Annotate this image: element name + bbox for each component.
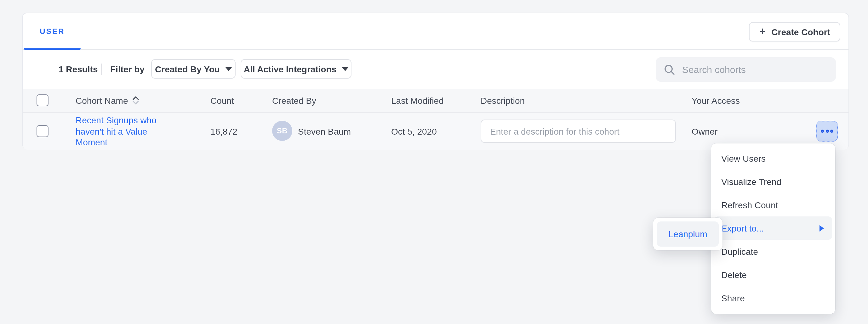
vertical-divider (101, 64, 102, 75)
header-count: Count (210, 89, 234, 112)
search-icon (663, 63, 676, 76)
menu-item-visualize-trend[interactable]: Visualize Trend (711, 170, 835, 193)
ellipsis-dot-icon (826, 130, 829, 133)
chevron-down-icon (225, 67, 232, 71)
results-count: 1 Results (59, 50, 98, 89)
integrations-dropdown[interactable]: All Active Integrations (241, 59, 351, 79)
header-your-access: Your Access (692, 89, 740, 112)
integrations-dropdown-label: All Active Integrations (244, 64, 337, 74)
count-cell: 16,872 (210, 113, 238, 150)
sort-icon[interactable] (133, 96, 140, 104)
menu-item-share[interactable]: Share (711, 286, 835, 310)
submenu-item-leanplum[interactable]: Leanplum (657, 221, 719, 247)
header-last-modified: Last Modified (391, 89, 444, 112)
row-select-cell (36, 113, 49, 150)
create-cohort-button[interactable]: + Create Cohort (749, 22, 840, 41)
tab-user-label: USER (40, 27, 65, 36)
menu-item-delete[interactable]: Delete (711, 263, 835, 286)
search-input[interactable] (682, 64, 828, 75)
tab-user[interactable]: USER (24, 13, 81, 49)
menu-item-refresh-count[interactable]: Refresh Count (711, 193, 835, 216)
ellipsis-dot-icon (830, 130, 833, 133)
cohort-name-link[interactable]: Recent Signups who haven't hit a Value M… (75, 115, 171, 148)
header-cohort-name[interactable]: Cohort Name (75, 89, 140, 112)
description-input[interactable] (480, 119, 676, 143)
chevron-down-icon (342, 67, 348, 71)
ellipsis-dot-icon (821, 130, 824, 133)
row-actions-menu: View Users Visualize Trend Refresh Count… (711, 143, 835, 314)
search-box[interactable] (656, 57, 836, 82)
select-all-checkbox[interactable] (36, 94, 49, 106)
cohorts-page: USER + Create Cohort 1 Results Filter by… (0, 0, 868, 324)
created-by-dropdown[interactable]: Created By You (151, 59, 236, 79)
table-header: Cohort Name Count Created By Last Modifi… (23, 89, 848, 113)
creator-name-cell: Steven Baum (298, 113, 351, 150)
cohorts-panel: USER + Create Cohort 1 Results Filter by… (22, 12, 849, 149)
filter-by-label: Filter by (110, 50, 145, 89)
menu-item-duplicate[interactable]: Duplicate (711, 240, 835, 263)
tab-bar: USER + Create Cohort (23, 13, 848, 50)
filter-bar: 1 Results Filter by Created By You All A… (23, 50, 848, 89)
plus-icon: + (759, 26, 766, 37)
menu-item-export-to[interactable]: Export to... (714, 216, 832, 240)
avatar: SB (272, 121, 292, 141)
submenu-arrow-icon (819, 225, 824, 231)
menu-item-view-users[interactable]: View Users (711, 147, 835, 170)
select-all-cell (36, 89, 49, 112)
header-created-by: Created By (272, 89, 316, 112)
created-by-dropdown-label: Created By You (155, 64, 220, 74)
last-modified-cell: Oct 5, 2020 (391, 113, 437, 150)
export-submenu: Leanplum (653, 218, 722, 250)
row-checkbox[interactable] (36, 125, 49, 137)
create-cohort-label: Create Cohort (771, 27, 830, 37)
header-description: Description (480, 89, 525, 112)
row-actions-button[interactable] (816, 121, 838, 142)
